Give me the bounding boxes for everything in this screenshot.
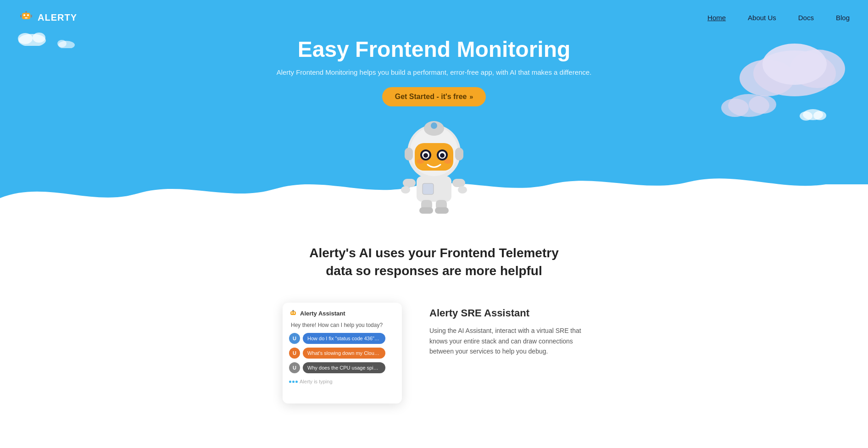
chat-header-label: Alerty Assistant <box>300 310 345 317</box>
get-started-label: Get Started - it's free <box>395 93 467 101</box>
svg-point-18 <box>721 99 749 117</box>
cloud-small-left2 <box>55 37 78 50</box>
chat-bubble-3: Why does the CPU usage spike in h <box>303 362 385 373</box>
svg-rect-38 <box>417 176 451 202</box>
cta-arrows: » <box>469 93 473 100</box>
nav-links: Home About Us Docs Blog <box>707 14 850 22</box>
mascot-container <box>0 116 868 216</box>
chat-message-1: U How do I fix "status code 436" erro <box>289 333 395 344</box>
chat-avatar-2: U <box>289 348 300 359</box>
chat-avatar-1: U <box>289 333 300 344</box>
ai-section: Alerty's AI uses your Frontend Telemetry… <box>0 216 868 422</box>
svg-rect-46 <box>419 207 433 214</box>
sre-title: Alerty SRE Assistant <box>429 307 585 319</box>
svg-rect-40 <box>403 179 416 187</box>
chat-typing-indicator: Alerty is typing <box>289 377 395 384</box>
svg-point-50 <box>294 312 295 314</box>
chat-avatar-3: U <box>289 362 300 373</box>
svg-rect-41 <box>452 179 465 187</box>
svg-rect-36 <box>405 148 413 160</box>
ai-section-title: Alerty's AI uses your Frontend Telemetry… <box>296 244 572 280</box>
svg-point-19 <box>749 95 776 114</box>
get-started-button[interactable]: Get Started - it's free » <box>382 87 486 106</box>
svg-rect-37 <box>455 148 463 160</box>
cloud-right-group <box>703 28 850 130</box>
logo-text: ALERTY <box>38 12 77 23</box>
svg-point-32 <box>417 159 424 164</box>
mascot-robot <box>393 116 475 216</box>
chat-card-header: Alerty Assistant <box>289 309 395 317</box>
svg-rect-3 <box>25 17 28 18</box>
chat-bubble-1: How do I fix "status code 436" erro <box>303 333 385 344</box>
svg-point-31 <box>440 153 445 158</box>
navigation: ALERTY Home About Us Docs Blog <box>0 0 868 35</box>
svg-point-49 <box>291 312 293 314</box>
chat-card: Alerty Assistant Hey there! How can I he… <box>283 303 402 404</box>
typing-label: Alerty is typing <box>300 379 333 384</box>
svg-point-12 <box>57 40 67 47</box>
svg-rect-7 <box>31 15 32 17</box>
chat-greeting: Hey there! How can I help you today? <box>289 322 395 328</box>
chat-message-2: U What's slowing down my Cloudfro <box>289 348 395 359</box>
svg-rect-6 <box>20 15 22 17</box>
svg-rect-39 <box>423 183 434 194</box>
svg-point-30 <box>423 153 428 158</box>
typing-dots <box>289 381 298 383</box>
sre-info: Alerty SRE Assistant Using the AI Assist… <box>429 303 585 356</box>
nav-docs[interactable]: Docs <box>798 14 814 22</box>
nav-about[interactable]: About Us <box>748 14 776 22</box>
sre-description: Using the AI Assistant, interact with a … <box>429 326 585 356</box>
nav-home[interactable]: Home <box>707 14 726 22</box>
svg-point-33 <box>444 159 451 164</box>
svg-rect-47 <box>435 207 449 214</box>
logo-icon <box>18 8 34 27</box>
assistant-icon <box>289 309 297 317</box>
ai-content-row: Alerty Assistant Hey there! How can I he… <box>228 303 640 404</box>
svg-point-43 <box>458 186 467 194</box>
svg-point-16 <box>762 44 827 85</box>
svg-rect-1 <box>23 14 25 16</box>
svg-rect-2 <box>27 14 29 16</box>
logo[interactable]: ALERTY <box>18 8 77 27</box>
svg-point-42 <box>401 186 410 194</box>
nav-blog[interactable]: Blog <box>836 14 850 22</box>
chat-bubble-2: What's slowing down my Cloudfro <box>303 348 385 359</box>
svg-rect-48 <box>290 311 296 315</box>
hero-subtitle: Alerty Frontend Monitoring helps you bui… <box>277 68 592 76</box>
hero-title: Easy Frontend Monitoring <box>298 37 571 62</box>
svg-point-35 <box>431 122 437 129</box>
chat-message-3: U Why does the CPU usage spike in h <box>289 362 395 373</box>
